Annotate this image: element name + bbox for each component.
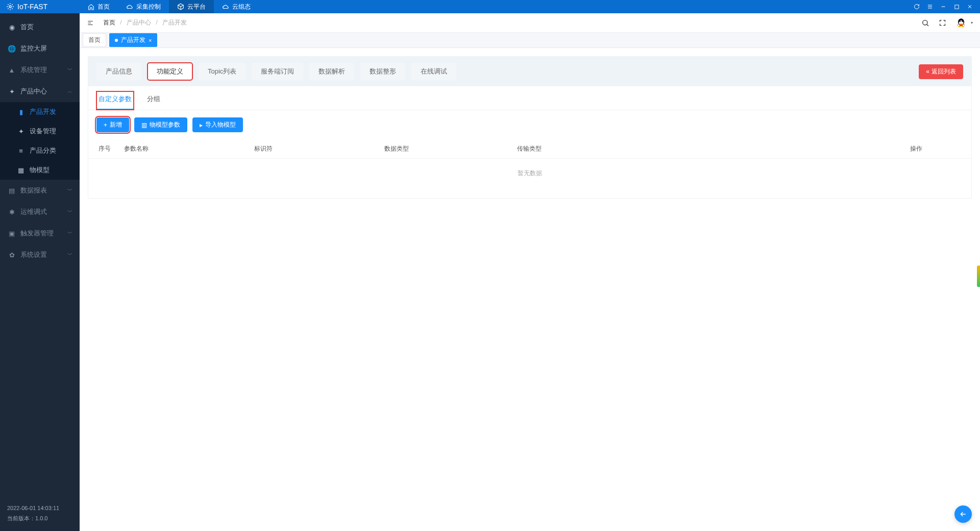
tab-topic-list[interactable]: Topic列表 (199, 63, 246, 80)
subtab-custom[interactable]: 自定义参数 (96, 91, 134, 110)
bug-icon: ✱ (8, 208, 15, 216)
topnav-home[interactable]: 首页 (80, 0, 118, 13)
cloud-platform-icon (177, 3, 184, 10)
tab-data-reshape[interactable]: 数据整形 (360, 63, 405, 80)
chevron-down-icon: ﹀ (67, 208, 72, 215)
col-name: 参数名称 (124, 144, 254, 153)
sidebar-menu: ◉首页 🌐监控大屏 ▲系统管理﹀ ✦产品中心︿ ▮产品开发 ✦设备管理 ≡产品分… (0, 13, 80, 415)
page-tab-product-dev[interactable]: 产品开发 × (109, 33, 157, 47)
page-tabstrip: 首页 产品开发 × (80, 33, 766, 48)
sidebar-item-thing-model[interactable]: ▦物模型 (0, 160, 80, 180)
top-nav: 首页 采集控制 云平台 云组态 (80, 0, 259, 13)
content: 产品信息 功能定义 Topic列表 服务端订阅 数据解析 数据整形 在线调试 «… (80, 48, 766, 415)
chevron-up-icon: ︿ (67, 88, 72, 95)
add-button[interactable]: +新增 (96, 117, 129, 132)
sidebar: ◉首页 🌐监控大屏 ▲系统管理﹀ ✦产品中心︿ ▮产品开发 ✦设备管理 ≡产品分… (0, 13, 80, 415)
dot-icon (115, 39, 118, 42)
sidebar-item-settings[interactable]: ✿系统设置﹀ (0, 244, 80, 266)
plus-icon: + (104, 122, 107, 129)
chevron-down-icon: ﹀ (67, 66, 72, 74)
sidebar-item-sysmgmt[interactable]: ▲系统管理﹀ (0, 59, 80, 81)
globe-icon: 🌐 (8, 45, 15, 53)
col-index: 序号 (99, 144, 124, 153)
chevron-down-icon: ﹀ (67, 230, 72, 237)
table-head: 序号 参数名称 标识符 数据类型 传输类型 操作 (88, 139, 766, 159)
crumb-bar: 首页 / 产品中心 / 产品开发 ▾ (80, 13, 766, 33)
breadcrumb-home[interactable]: 首页 (103, 19, 115, 26)
panel: 产品信息 功能定义 Topic列表 服务端订阅 数据解析 数据整形 在线调试 «… (88, 56, 766, 199)
trigger-icon: ▣ (8, 230, 15, 237)
cloud-icon (222, 3, 229, 10)
sidebar-item-product-dev[interactable]: ▮产品开发 (0, 102, 80, 122)
subtabs: 自定义参数 分组 (88, 86, 766, 110)
model-params-button[interactable]: ▥物模型参数 (134, 117, 187, 132)
brand: IoT-FAST (0, 3, 80, 11)
breadcrumb-1[interactable]: 产品中心 (127, 19, 151, 26)
user-icon: ▲ (8, 66, 15, 74)
sidebar-item-monitor[interactable]: 🌐监控大屏 (0, 38, 80, 59)
list-icon: ≡ (17, 147, 24, 155)
tab-product-info[interactable]: 产品信息 (96, 63, 141, 80)
tab-data-parse[interactable]: 数据解析 (309, 63, 354, 80)
topnav-cloud[interactable]: 云平台 (169, 0, 214, 13)
brand-label: IoT-FAST (17, 3, 47, 11)
tab-server-sub[interactable]: 服务端订阅 (252, 63, 303, 80)
svg-point-0 (9, 6, 11, 8)
close-tab-icon[interactable]: × (149, 37, 152, 43)
db-icon: ▥ (141, 122, 147, 129)
tab-func-def[interactable]: 功能定义 (148, 63, 192, 80)
breadcrumb-2[interactable]: 产品开发 (162, 19, 187, 26)
logo-icon (6, 3, 14, 11)
cloud-icon (126, 3, 133, 10)
gear-icon: ✦ (8, 88, 15, 95)
sidebar-item-product[interactable]: ✦产品中心︿ (0, 81, 80, 102)
dashboard-icon: ◉ (8, 23, 15, 31)
sidebar-item-ops[interactable]: ✱运维调式﹀ (0, 201, 80, 223)
home-icon (88, 4, 94, 10)
params-table: 序号 参数名称 标识符 数据类型 传输类型 操作 暂无数据 (88, 139, 766, 198)
col-datatype: 数据类型 (384, 144, 517, 153)
grid-icon: ▦ (17, 166, 24, 174)
chevron-down-icon: ﹀ (67, 251, 72, 258)
sidebar-item-home[interactable]: ◉首页 (0, 16, 80, 38)
cog-icon: ✿ (8, 251, 15, 259)
page-tab-home[interactable]: 首页 (83, 33, 106, 47)
chart-icon: ▤ (8, 187, 15, 195)
title-bar: IoT-FAST 首页 采集控制 云平台 云组态 (0, 0, 766, 13)
folder-icon: ▮ (17, 108, 24, 116)
topnav-scada[interactable]: 云组态 (214, 0, 259, 13)
import-model-button[interactable]: ▸导入物模型 (192, 117, 243, 132)
col-transport: 传输类型 (517, 144, 766, 153)
chevron-down-icon: ﹀ (67, 187, 72, 194)
folder-icon: ▸ (200, 122, 203, 129)
sidebar-item-device-mgmt[interactable]: ✦设备管理 (0, 122, 80, 141)
action-row: +新增 ▥物模型参数 ▸导入物模型 (88, 110, 766, 139)
sidebar-toggle-icon[interactable] (87, 19, 94, 27)
table-empty: 暂无数据 (88, 159, 766, 198)
sidebar-item-trigger[interactable]: ▣触发器管理﹀ (0, 223, 80, 244)
col-identifier: 标识符 (254, 144, 384, 153)
subtab-group[interactable]: 分组 (145, 91, 162, 110)
page: 首页 / 产品中心 / 产品开发 ▾ 首页 产品开发 × 产品信息 功能定义 T… (80, 13, 766, 415)
sidebar-item-report[interactable]: ▤数据报表﹀ (0, 180, 80, 201)
tab-online-debug[interactable]: 在线调试 (411, 63, 456, 80)
sidebar-item-product-cat[interactable]: ≡产品分类 (0, 141, 80, 160)
panel-tabs: 产品信息 功能定义 Topic列表 服务端订阅 数据解析 数据整形 在线调试 «… (88, 57, 766, 86)
breadcrumb: 首页 / 产品中心 / 产品开发 (103, 18, 187, 27)
topnav-capture[interactable]: 采集控制 (118, 0, 169, 13)
gear-icon: ✦ (17, 128, 24, 135)
